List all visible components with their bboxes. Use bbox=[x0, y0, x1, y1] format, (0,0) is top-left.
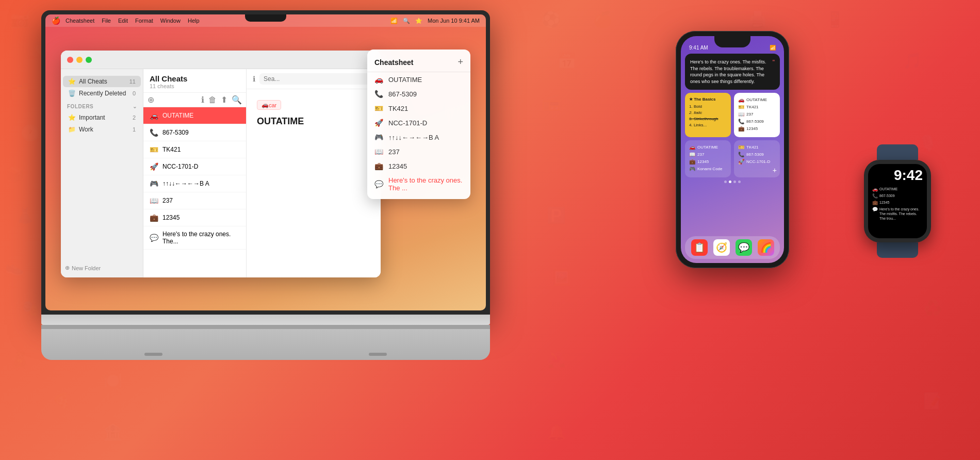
sidebar-recently-deleted[interactable]: 🗑️ Recently Deleted 0 bbox=[63, 88, 141, 99]
item-text: NCC-1701-D bbox=[746, 159, 770, 164]
info-button[interactable]: ℹ bbox=[201, 95, 204, 105]
menubar-cheatsheet[interactable]: Cheatsheet bbox=[66, 18, 94, 24]
dropdown-item-name: OUTATIME bbox=[388, 76, 422, 84]
iphone-signal-icon: 📶 bbox=[770, 45, 776, 51]
maximize-button[interactable] bbox=[86, 57, 92, 63]
iphone-dock: 📋 🧭 💬 🌈 bbox=[685, 236, 780, 259]
item-icon: 📖 bbox=[738, 111, 744, 117]
widget-cheats-small: 🚗OUTATIME🎫TK421📖237📞867-5309💼12345 bbox=[734, 93, 780, 137]
widget-item: 💼12345 bbox=[738, 126, 776, 132]
laptop: 🍎 Cheatsheet File Edit Format Window Hel… bbox=[41, 10, 490, 371]
item-text: TK421 bbox=[746, 105, 759, 109]
dropdown-item[interactable]: 🎮↑↑↓↓←→←→B A bbox=[367, 130, 470, 144]
dropdown-item-name: 12345 bbox=[388, 162, 407, 170]
cheat-list-item[interactable]: 💬Here's to the crazy ones. The... bbox=[143, 226, 246, 250]
widget-dark-quote: " Here's to the crazy ones. The misfits.… bbox=[685, 54, 780, 90]
sidebar-all-cheats[interactable]: ⭐ All Cheats 11 bbox=[63, 76, 141, 87]
sidebar-important[interactable]: ⭐ Important 2 bbox=[63, 112, 141, 123]
dropdown-item[interactable]: 🎫TK421 bbox=[367, 101, 470, 116]
delete-button[interactable]: 🗑 bbox=[208, 95, 217, 105]
watch-item: 📞867-5309 bbox=[872, 193, 923, 199]
search-icon[interactable]: 🔍 bbox=[403, 18, 410, 24]
dropdown-item[interactable]: 📞867-5309 bbox=[367, 87, 470, 101]
new-folder-button[interactable]: ⊕ New Folder bbox=[65, 265, 101, 271]
cheat-list-item[interactable]: 📞867-5309 bbox=[143, 124, 246, 141]
item-icon: 🎫 bbox=[738, 144, 744, 150]
cheats-list-panel: All Cheats 11 cheats ⊕ ℹ 🗑 ⬆ 🔍 🚗OUTATIME… bbox=[143, 69, 247, 277]
cheats-list: 🚗OUTATIME📞867-5309🎫TK421🚀NCC-1701-D🎮↑↑↓↓… bbox=[143, 107, 246, 277]
iphone-screen: 9:41 AM 📶 " Here's to the crazy ones. Th… bbox=[681, 36, 784, 263]
dock-reminders-icon[interactable]: 📋 bbox=[691, 239, 708, 256]
dropdown-item[interactable]: 🚀NCC-1701-D bbox=[367, 116, 470, 130]
cheat-list-item[interactable]: 🚗OUTATIME bbox=[143, 107, 246, 124]
folders-expand-icon[interactable]: ⌄ bbox=[133, 104, 137, 109]
item-text: TK421 bbox=[746, 145, 759, 150]
laptop-hinge bbox=[41, 325, 490, 329]
item-icon: 📖 bbox=[689, 152, 695, 157]
close-button[interactable] bbox=[67, 57, 73, 63]
search-button[interactable]: 🔍 bbox=[232, 95, 242, 105]
cheatsheet-dropdown: Cheatsheet + 🚗OUTATIME📞867-5309🎫TK421🚀NC… bbox=[367, 50, 470, 199]
widget-add-button[interactable]: + bbox=[773, 166, 777, 174]
dropdown-item[interactable]: 💼12345 bbox=[367, 159, 470, 173]
widget-item: 📞867-5309 bbox=[738, 119, 776, 124]
watch-item-icon: 📞 bbox=[872, 193, 878, 199]
menubar-window[interactable]: Window bbox=[160, 18, 181, 24]
detail-search-input[interactable] bbox=[259, 73, 374, 85]
sidebar-work-label: Work bbox=[79, 126, 133, 133]
watch-item: 🚗OUTATIME bbox=[872, 187, 923, 192]
share-button[interactable]: ⬆ bbox=[221, 95, 227, 105]
watch-screen: 9:42 🚗OUTATIME📞867-5309💼12345💬Here's to … bbox=[868, 164, 927, 238]
cheat-icon: 📞 bbox=[150, 128, 158, 137]
menubar-help[interactable]: Help bbox=[188, 18, 200, 24]
widget-wide-item: 📖237 bbox=[689, 152, 727, 157]
cheat-name: 12345 bbox=[162, 214, 240, 221]
detail-info-button[interactable]: ℹ bbox=[253, 75, 255, 83]
menubar-file[interactable]: File bbox=[102, 18, 111, 24]
cheat-name: Here's to the crazy ones. The... bbox=[162, 231, 240, 245]
trash-icon: 🗑️ bbox=[68, 90, 76, 97]
cheat-icon: 🚀 bbox=[150, 162, 158, 171]
dropdown-item[interactable]: 🚗OUTATIME bbox=[367, 72, 470, 87]
watch-item-icon: 💼 bbox=[872, 200, 878, 205]
sidebar-recently-deleted-label: Recently Deleted bbox=[79, 90, 133, 97]
laptop-base bbox=[41, 315, 490, 371]
iphone: 9:41 AM 📶 " Here's to the crazy ones. Th… bbox=[676, 31, 789, 268]
cheat-list-item[interactable]: 🎮↑↑↓↓←→←→B A bbox=[143, 175, 246, 192]
cheat-list-item[interactable]: 🎫TK421 bbox=[143, 141, 246, 158]
widget-wide-item: 🎫TK421 bbox=[738, 144, 776, 150]
sidebar-work[interactable]: 📁 Work 1 bbox=[63, 124, 141, 135]
detail-toolbar: ℹ bbox=[247, 69, 381, 89]
car-icon: 🚗 bbox=[262, 102, 269, 108]
widget-wide-item: 🎮Konami Code bbox=[689, 166, 727, 172]
new-folder-icon: ⊕ bbox=[65, 265, 70, 271]
iphone-content: " Here's to the crazy ones. The misfits.… bbox=[681, 52, 784, 188]
cheat-list-item[interactable]: 🚀NCC-1701-D bbox=[143, 158, 246, 175]
apple-logo-icon: 🍎 bbox=[52, 17, 60, 25]
widget-item: 🎫TK421 bbox=[738, 104, 776, 110]
menubar-format[interactable]: Format bbox=[135, 18, 153, 24]
mac-sidebar: ⭐ All Cheats 11 🗑️ Recently Deleted 0 Fo… bbox=[61, 69, 143, 277]
dropdown-item[interactable]: 💬Here's to the crazy ones. The ... bbox=[367, 173, 470, 195]
menubar-edit[interactable]: Edit bbox=[118, 18, 128, 24]
dropdown-item-name: 237 bbox=[388, 148, 400, 156]
sidebar-recently-deleted-count: 0 bbox=[133, 90, 136, 96]
dock-safari-icon[interactable]: 🧭 bbox=[713, 239, 730, 256]
dock-photos-icon[interactable]: 🌈 bbox=[758, 239, 774, 256]
watch-item: 💬Here's to the crazy ones. The misfits. … bbox=[872, 207, 923, 221]
cheat-name: TK421 bbox=[162, 146, 240, 153]
widget-basics-item-2: 2. Italic bbox=[689, 110, 727, 116]
cheat-list-item[interactable]: 📖237 bbox=[143, 192, 246, 209]
dropdown-add-button[interactable]: + bbox=[458, 57, 463, 68]
minimize-button[interactable] bbox=[76, 57, 83, 63]
sidebar-important-count: 2 bbox=[133, 114, 136, 121]
add-cheat-button[interactable]: ⊕ bbox=[148, 95, 154, 105]
item-icon: 🚀 bbox=[738, 159, 744, 165]
cheat-list-item[interactable]: 💼12345 bbox=[143, 209, 246, 226]
dropdown-item[interactable]: 📖237 bbox=[367, 144, 470, 159]
dock-messages-icon[interactable]: 💬 bbox=[736, 239, 752, 256]
detail-content-area: 🚗 car OUTATIME bbox=[247, 89, 381, 277]
item-text: OUTATIME bbox=[697, 145, 718, 150]
traffic-lights bbox=[67, 57, 92, 63]
item-text: 867-5309 bbox=[746, 119, 764, 124]
